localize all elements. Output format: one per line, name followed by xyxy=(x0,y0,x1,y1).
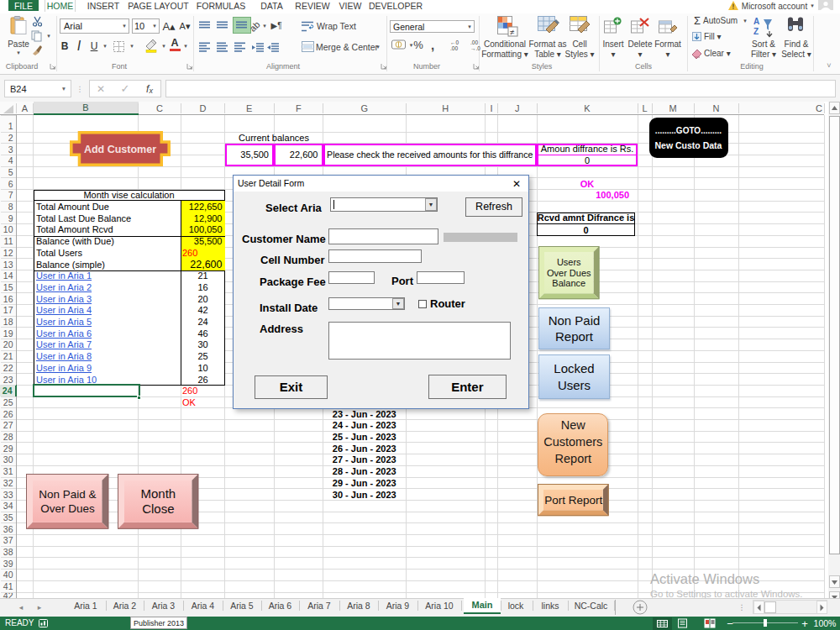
svg-text:←0: ←0 xyxy=(450,39,459,45)
svg-text:Add Customer: Add Customer xyxy=(84,144,156,155)
svg-text:.00: .00 xyxy=(450,45,458,51)
svg-text:Z: Z xyxy=(753,27,759,36)
svg-text:.00: .00 xyxy=(470,39,478,45)
svg-text:≠: ≠ xyxy=(510,28,515,37)
svg-text:A: A xyxy=(753,17,759,26)
